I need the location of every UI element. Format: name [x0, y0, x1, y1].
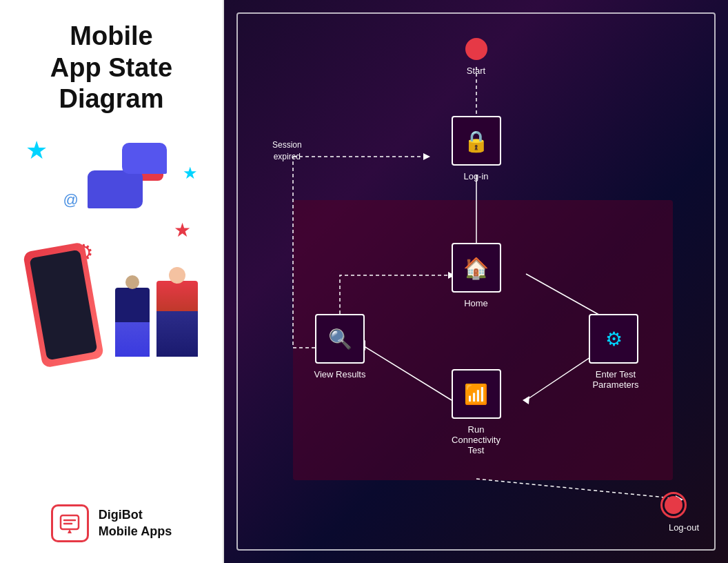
chat-bubble-1: [88, 170, 143, 208]
enter-test-params-node: ⚙: [589, 314, 638, 364]
left-panel: MobileApp StateDiagram ★ ▶ ★ @ ⚙ ★ 📶 ♥ D…: [0, 0, 224, 563]
illustration: ★ ▶ ★ @ ⚙ ★ 📶 ♥: [19, 129, 205, 364]
logo-area: DigiBot Mobile Apps: [51, 504, 172, 542]
star-icon-3: ★: [174, 219, 191, 241]
logo-icon: [51, 504, 89, 542]
lock-icon: 🔒: [463, 129, 489, 153]
page-title: MobileApp StateDiagram: [50, 21, 172, 115]
logout-inner-circle: [665, 496, 682, 514]
enter-test-params-label: Enter TestParameters: [571, 369, 660, 390]
view-results-label: View Results: [299, 369, 381, 379]
logo-text: DigiBot Mobile Apps: [99, 507, 172, 540]
login-label: Log-in: [452, 171, 501, 181]
person-1-illustration: [156, 281, 198, 357]
view-results-node: 🔍: [315, 314, 365, 364]
home-node: 🏠: [452, 243, 501, 293]
chat-bubble-2: [122, 143, 167, 174]
star-icon-2: ★: [183, 164, 198, 183]
logout-label: Log-out: [669, 522, 699, 533]
home-label: Home: [442, 298, 511, 308]
settings-icon: ⚙: [605, 328, 623, 350]
start-node: [465, 38, 487, 60]
person-2-illustration: [115, 288, 150, 357]
logout-node: [660, 492, 687, 518]
session-expired-label: Sessionexpired: [272, 139, 302, 163]
star-icon-1: ★: [26, 136, 48, 165]
wifi-icon-node: 📶: [464, 383, 488, 406]
home-icon: 🏠: [463, 256, 489, 280]
run-connectivity-test-label: RunConnectivityTest: [442, 424, 511, 455]
login-node: 🔒: [452, 116, 501, 166]
start-label: Start: [467, 66, 485, 76]
search-icon: 🔍: [328, 328, 352, 350]
at-icon: @: [63, 191, 79, 209]
diagram-panel: Start 🔒 Log-in Sessionexpired 🏠 Home 🔍 V…: [224, 0, 728, 563]
run-connectivity-test-node: 📶: [452, 369, 501, 419]
svg-rect-0: [61, 515, 79, 529]
